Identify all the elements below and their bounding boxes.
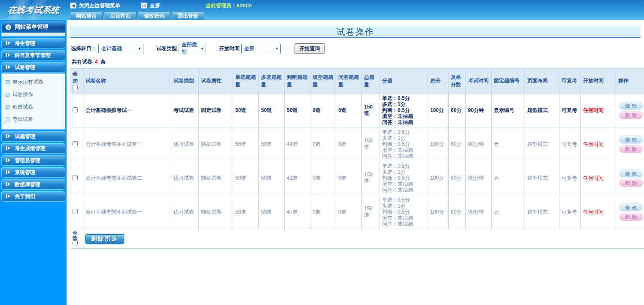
square-bullet-icon [6, 105, 9, 109]
page-layout: 题型模式 [525, 161, 559, 195]
sidebar-menu-item[interactable]: 试卷管理 [1, 62, 65, 72]
fixed-number: 无 [492, 127, 525, 161]
total-count: 150道 [362, 195, 380, 229]
modify-button[interactable]: 修改 [619, 136, 643, 144]
sidebar-submenu-item[interactable]: 导出试卷 [2, 113, 65, 126]
page-title: 试卷操作 [337, 26, 374, 38]
pass-score: 60分 [449, 127, 466, 161]
single-choice-count: 50道 [233, 94, 259, 127]
sidebar-submenu-item[interactable]: 试卷操作 [2, 88, 65, 101]
paper-name: 会计基础考前冲刺试卷一 [83, 195, 171, 229]
play-icon [6, 194, 11, 199]
sidebar-menu-label: 关于我们 [15, 193, 35, 200]
row-check-cell [70, 127, 83, 161]
column-header: 操作 [616, 69, 644, 94]
judge-count: 41道 [285, 161, 310, 195]
tab-label: 网站前台 [76, 12, 97, 20]
sidebar-menu-item[interactable]: 关于我们 [1, 191, 65, 202]
sidebar-menu-label: 考生成绩管理 [15, 145, 46, 152]
paper-type: 练习试卷 [171, 195, 199, 229]
score-values: 单选：0.5分多选：1分判断：0.5分填空：未抽题问答：未抽题 [380, 94, 428, 127]
paper-table: 全选 试卷名称试卷类型试卷属性单选题题量多选题题量判断题题量填空题题量问答题题量… [70, 68, 644, 249]
delete-button[interactable]: 删除 [619, 111, 643, 119]
subject-select[interactable]: 会计基础 ▼ [98, 44, 143, 53]
fixed-number: 显示编号 [492, 94, 525, 127]
single-choice-count: 53道 [233, 195, 259, 229]
fullscreen-button[interactable]: ❐ 全屏 [141, 2, 160, 9]
open-time-select[interactable]: 全部 ▼ [241, 44, 281, 53]
sidebar-menu-item[interactable]: 管理员管理 [1, 155, 65, 166]
row-check-cell [70, 195, 83, 229]
play-icon [6, 65, 11, 69]
row-checkbox[interactable] [73, 141, 78, 146]
row-checkbox[interactable] [73, 107, 78, 112]
sidebar-menu-item[interactable]: 数据库管理 [1, 179, 65, 190]
exam-time: 90分钟 [466, 195, 492, 229]
select-all-checkbox[interactable] [73, 85, 78, 90]
sidebar-menu-item[interactable]: 系统管理 [1, 167, 65, 178]
column-header: 固定题编号 [492, 69, 525, 94]
column-header: 页面布局 [525, 69, 559, 94]
modify-button[interactable]: 修改 [619, 203, 643, 211]
score-values: 单选：0.5分多选：1分判断：0.5分填空：未抽题问答：未抽题 [380, 127, 428, 161]
column-header: 填空题题量 [310, 69, 336, 94]
delete-button[interactable]: 删除 [619, 145, 643, 153]
play-icon [6, 134, 11, 139]
sidebar-header: 网站菜单管理 [1, 21, 65, 33]
qa-count: 0道 [336, 94, 362, 127]
topbar: ◀ 关闭左边管理菜单 ❐ 全屏 当前管理员：admin [67, 0, 644, 11]
paper-type-label: 试卷类型 [156, 45, 177, 52]
sidebar-menu-item[interactable]: 考生管理 [1, 38, 65, 48]
column-header: 单选题题量 [233, 69, 259, 94]
close-left-menu-button[interactable]: ◀ 关闭左边管理菜单 [70, 2, 120, 9]
retake-allowed: 可复考 [559, 94, 581, 127]
modify-button[interactable]: 修改 [619, 169, 643, 178]
sidebar-menu-item[interactable]: 考生成绩管理 [1, 143, 65, 154]
delete-button[interactable]: 删除 [619, 179, 643, 187]
paper-type-select[interactable]: 全部类型 ▼ [179, 44, 206, 53]
query-button[interactable]: 开始查询 [295, 43, 325, 54]
page-layout: 题型模式 [525, 94, 559, 127]
paper-attribute: 随机试卷 [199, 127, 233, 161]
play-icon [6, 158, 11, 163]
sidebar-menu-item[interactable]: 科目及章节管理 [1, 50, 65, 60]
topbar-tab[interactable]: 网站前台 [70, 11, 103, 20]
retake-allowed: 可复考 [559, 195, 581, 229]
page-layout: 题型模式 [525, 195, 559, 229]
delete-button[interactable]: 删除 [619, 213, 643, 221]
single-choice-count: 56道 [233, 127, 259, 161]
paper-name: 会计基础考前冲刺试卷二 [83, 161, 171, 195]
paper-name: 会计基础考前冲刺试卷三 [83, 127, 171, 161]
table-footer-row: 全选 删除所选 [70, 229, 644, 249]
sidebar-menu-label: 试题管理 [15, 133, 35, 140]
play-icon [6, 53, 11, 57]
multi-choice-count: 50道 [259, 94, 285, 127]
row-actions: 修改 删除 [616, 94, 644, 127]
footer-select-all-checkbox[interactable] [73, 240, 78, 245]
multi-choice-count: 50道 [259, 195, 285, 229]
row-checkbox[interactable] [73, 209, 78, 214]
delete-selected-button[interactable]: 删除所选 [85, 234, 124, 244]
topbar-tab[interactable]: 退出登录 [172, 11, 204, 20]
summary-count: 4 [95, 59, 98, 65]
topbar-tab[interactable]: 后台首页 [104, 11, 137, 20]
judge-count: 50道 [285, 94, 310, 127]
square-bullet-icon [6, 93, 9, 97]
total-count: 150道 [362, 94, 380, 127]
open-time: 任何时间 [581, 94, 616, 127]
row-checkbox[interactable] [73, 175, 78, 180]
sidebar-submenu-item[interactable]: 显示所有试卷 [2, 76, 65, 88]
row-check-cell [70, 94, 83, 127]
table-row: 会计基础模拟考试一 考试试卷 固定试卷 50道 50道 50道 0道 0道 15… [70, 94, 644, 127]
sidebar-submenu-item[interactable]: 创建试卷 [2, 101, 65, 113]
sidebar-menu-item[interactable]: 试题管理 [1, 131, 65, 142]
sidebar-menu-label: 试卷管理 [15, 64, 35, 71]
play-icon [6, 41, 11, 45]
main-content: 试卷操作 选择科目： 会计基础 ▼ 试卷类型 全部类型 ▼ 开放时间 全部 ▼ … [67, 20, 644, 305]
tab-label: 退出登录 [178, 12, 198, 20]
row-check-cell [70, 161, 83, 195]
topbar-tab[interactable]: 修改密码 [138, 11, 170, 20]
sidebar-menu-label: 系统管理 [15, 169, 35, 176]
total-score: 100分 [428, 161, 449, 195]
modify-button[interactable]: 修改 [619, 102, 643, 110]
